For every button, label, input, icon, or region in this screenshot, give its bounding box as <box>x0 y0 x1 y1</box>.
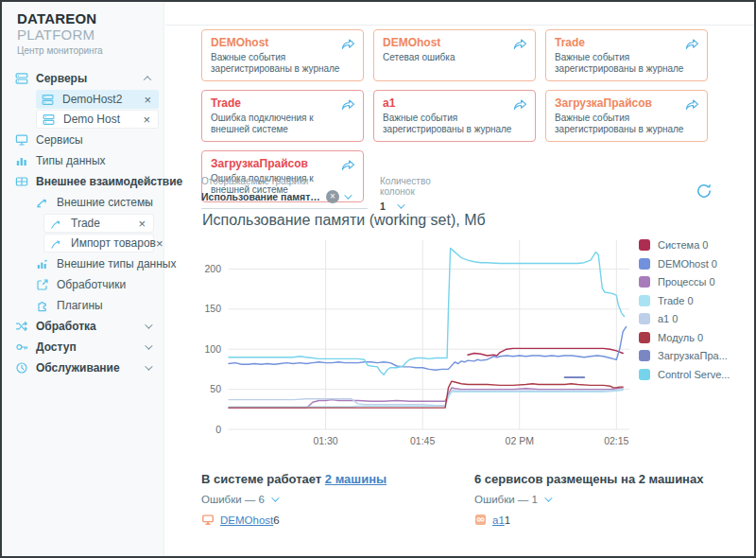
close-icon[interactable]: × <box>138 218 146 230</box>
sidebar-item-external-data-types[interactable]: Внешние типы данных <box>2 253 163 274</box>
legend-item[interactable]: ЗагрузкаПра... <box>639 350 730 361</box>
chart-legend: Система 0DEMOhost 0Процессы 0Trade 0a1 0… <box>639 239 730 387</box>
machines-host-link[interactable]: DEMOhost <box>220 514 273 526</box>
chevron-down-icon[interactable] <box>397 201 404 208</box>
sidebar-item-maintenance[interactable]: Обслуживание <box>2 357 163 378</box>
sidebar-item-label: Импорт товаров <box>71 236 156 250</box>
alert-card[interactable]: Trade Ошибка подключения к внешней систе… <box>201 90 364 142</box>
services-item-count: 1 <box>505 514 510 526</box>
legend-item[interactable]: Trade 0 <box>639 295 730 306</box>
chevron-down-icon[interactable] <box>544 494 552 501</box>
refresh-icon[interactable] <box>695 182 713 201</box>
legend-swatch <box>639 332 650 343</box>
legend-item[interactable]: Процессы 0 <box>639 276 730 288</box>
chevron-down-icon[interactable] <box>271 494 279 501</box>
chevron-down-icon[interactable] <box>145 321 152 328</box>
legend-item[interactable]: Модуль 0 <box>639 332 730 343</box>
legend-swatch <box>639 350 650 361</box>
brand-secondary: PLATFORM <box>17 26 94 43</box>
close-icon[interactable]: × <box>144 94 151 106</box>
sidebar-item-data-types[interactable]: Типы данных <box>2 150 163 171</box>
sidebar-item-label: Типы данных <box>36 154 106 167</box>
share-icon[interactable] <box>685 37 699 54</box>
legend-swatch <box>639 313 650 324</box>
sidebar-item-demo-host[interactable]: Demo Host × <box>36 110 159 129</box>
alert-title: DEMOhost <box>211 36 354 49</box>
brand-primary: DATAREON <box>17 10 96 26</box>
shuffle-icon <box>15 320 28 333</box>
share-icon[interactable] <box>341 97 355 114</box>
sidebar-item-processing[interactable]: Обработка <box>2 316 163 337</box>
legend-label: ЗагрузкаПра... <box>658 350 728 361</box>
sidebar-item-import-goods[interactable]: Импорт товаров × <box>43 234 154 253</box>
alert-card[interactable]: a1 Важные события зарегистрированы в жур… <box>373 90 536 142</box>
sidebar-item-label: Внешние системы <box>57 196 153 209</box>
sidebar-item-label: Demo Host <box>63 113 120 126</box>
clear-icon[interactable]: × <box>326 190 339 203</box>
bar-chart-icon <box>15 154 28 167</box>
alert-card[interactable]: ЗагрузкаПрайсов Важные события зарегистр… <box>545 90 708 142</box>
legend-item[interactable]: Система 0 <box>639 239 730 251</box>
legend-swatch <box>639 276 650 288</box>
sidebar-item-label: Плагины <box>57 299 103 312</box>
services-summary: 6 сервисов размещены на 2 машинах Ошибки… <box>474 472 703 526</box>
sidebar-item-handlers[interactable]: Обработчики <box>2 274 163 295</box>
svg-text:01:30: 01:30 <box>313 435 337 446</box>
services-title: 6 сервисов размещены на 2 машинах <box>474 472 703 486</box>
chevron-down-icon[interactable] <box>145 341 152 349</box>
alert-card[interactable]: DEMOhost Сетевая ошибка <box>373 29 536 81</box>
sidebar-item-label: Обработчики <box>57 278 126 291</box>
machines-errors-label: Ошибки — 6 <box>201 494 265 505</box>
legend-item[interactable]: DEMOhost 0 <box>639 258 730 270</box>
sidebar-item-label: Trade <box>71 217 100 230</box>
monitor-icon <box>15 133 28 147</box>
svg-text:150: 150 <box>204 303 221 314</box>
sidebar-item-servers[interactable]: Серверы <box>2 68 163 89</box>
legend-label: Процессы 0 <box>658 276 715 288</box>
share-icon[interactable] <box>513 97 527 114</box>
legend-item[interactable]: a1 0 <box>639 313 730 324</box>
machines-title: В системе работает <box>201 472 321 486</box>
close-icon[interactable]: × <box>143 113 150 126</box>
alert-text: Сетевая ошибка <box>383 52 526 63</box>
svg-text:02:15: 02:15 <box>604 435 628 446</box>
sidebar-item-label: Доступ <box>36 340 77 354</box>
alert-title: DEMOhost <box>383 36 526 49</box>
legend-item[interactable]: Control Serve... <box>639 369 730 380</box>
sidebar-item-external-systems[interactable]: Внешние системы <box>2 192 163 213</box>
chevron-up-icon[interactable] <box>144 76 151 83</box>
sidebar-item-external-interaction[interactable]: Внешнее взаимодействие <box>2 171 163 192</box>
legend-swatch <box>639 258 650 270</box>
legend-label: Control Serve... <box>658 369 730 380</box>
sidebar-item-label: Сервисы <box>36 133 83 147</box>
services-item-link[interactable]: a1 <box>492 514 505 526</box>
legend-label: DEMOhost 0 <box>658 258 717 270</box>
share-icon[interactable] <box>685 97 699 114</box>
sidebar-item-access[interactable]: Доступ <box>2 337 163 357</box>
alert-card[interactable]: DEMOhost Важные события зарегистрированы… <box>201 29 364 81</box>
svg-text:200: 200 <box>204 263 221 274</box>
sidebar-item-trade[interactable]: Trade × <box>43 214 154 233</box>
share-icon[interactable] <box>341 37 355 54</box>
sidebar-item-label: Серверы <box>36 72 87 85</box>
svg-text:100: 100 <box>204 343 221 355</box>
share-icon[interactable] <box>513 37 527 54</box>
svg-text:02 PM: 02 PM <box>506 435 534 446</box>
monitor-icon <box>201 514 215 526</box>
alert-card[interactable]: Trade Важные события зарегистрированы в … <box>545 29 708 81</box>
sidebar-item-demohost2[interactable]: DemoHost2 × <box>36 90 159 109</box>
charts-select[interactable]: Отображаемые графики Использование памят… <box>201 176 368 209</box>
top-bar <box>165 2 754 26</box>
alert-text: Важные события зарегистрированы в журнал… <box>383 113 526 135</box>
share-icon[interactable] <box>341 158 355 175</box>
branch-icon <box>36 196 49 209</box>
memory-usage-chart: 05010015020001:3001:4502 PM02:15 <box>201 233 638 452</box>
sidebar-item-services[interactable]: Сервисы <box>2 130 163 150</box>
alert-title: Trade <box>211 96 354 110</box>
machines-link[interactable]: 2 машины <box>325 472 387 486</box>
close-icon[interactable]: × <box>156 237 163 250</box>
chevron-down-icon[interactable] <box>344 191 352 199</box>
alert-text: Важные события зарегистрированы в журнал… <box>211 52 354 75</box>
sidebar-item-plugins[interactable]: Плагины <box>2 295 163 316</box>
chevron-down-icon[interactable] <box>145 362 152 370</box>
